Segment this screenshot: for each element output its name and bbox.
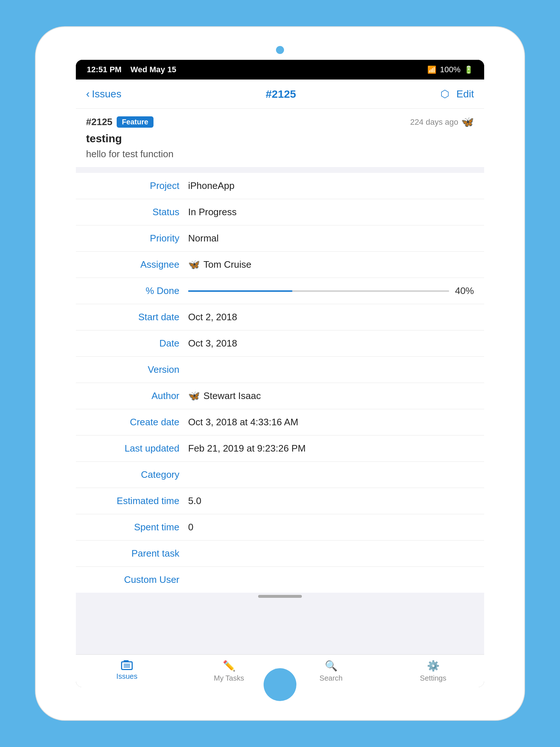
status-time-date: 12:51 PM Wed May 15 [87, 65, 176, 74]
spent-time-value: 0 [188, 522, 474, 533]
issue-title: testing [86, 132, 474, 145]
tab-search[interactable]: 🔍 Search [302, 657, 360, 685]
status-bar: 12:51 PM Wed May 15 📶 100% 🔋 [76, 60, 484, 80]
estimated-time-label: Estimated time [86, 495, 188, 507]
share-icon[interactable]: ⬡ [440, 88, 449, 100]
camera-dot [276, 46, 284, 54]
timestamp-text: 224 days ago [410, 117, 458, 127]
parent-task-label: Parent task [86, 548, 188, 559]
start-date-row: Start date Oct 2, 2018 [76, 304, 484, 330]
status-right: 📶 100% 🔋 [427, 65, 473, 74]
author-name: Stewart Isaac [203, 390, 261, 402]
project-row: Project iPhoneApp [76, 173, 484, 199]
last-updated-label: Last updated [86, 443, 188, 454]
tab-search-label: Search [319, 674, 342, 682]
author-avatar: 🦋 [188, 390, 200, 402]
priority-row: Priority Normal [76, 225, 484, 252]
custom-user-label: Custom User [86, 574, 188, 585]
nav-header: ‹ Issues #2125 ⬡ Edit [76, 80, 484, 109]
search-icon: 🔍 [325, 660, 338, 672]
battery-percent: 100% [440, 65, 460, 74]
issues-icon [121, 661, 133, 670]
issue-id: #2125 [86, 116, 112, 128]
date-row: Date Oct 3, 2018 [76, 330, 484, 357]
status-time: 12:51 PM [87, 65, 121, 74]
estimated-time-value: 5.0 [188, 495, 474, 507]
tab-issues-label: Issues [116, 672, 137, 681]
my-tasks-icon: ✏️ [223, 660, 236, 672]
issue-description: hello for test function [86, 148, 474, 161]
issue-timestamp: 224 days ago 🦋 [410, 116, 474, 128]
tab-my-tasks-label: My Tasks [214, 674, 244, 682]
issue-id-badge: #2125 Feature [86, 116, 153, 128]
custom-user-row: Custom User [76, 567, 484, 593]
assignee-value-container: 🦋 Tom Cruise [188, 259, 474, 270]
version-row: Version [76, 357, 484, 383]
last-updated-value: Feb 21, 2019 at 9:23:26 PM [188, 443, 474, 454]
estimated-time-row: Estimated time 5.0 [76, 488, 484, 514]
create-date-value: Oct 3, 2018 at 4:33:16 AM [188, 417, 474, 428]
tab-issues[interactable]: Issues [98, 658, 156, 684]
settings-icon: ⚙️ [427, 660, 440, 672]
status-date: Wed May 15 [131, 65, 176, 74]
version-label: Version [86, 364, 188, 375]
done-row: % Done 40% [76, 278, 484, 304]
spent-time-row: Spent time 0 [76, 514, 484, 541]
user-avatar-emoji: 🦋 [461, 116, 474, 128]
feature-badge: Feature [117, 116, 153, 128]
assignee-avatar: 🦋 [188, 259, 200, 270]
tab-settings-label: Settings [420, 674, 446, 682]
nav-actions: ⬡ Edit [440, 88, 474, 100]
last-updated-row: Last updated Feb 21, 2019 at 9:23:26 PM [76, 436, 484, 462]
date-label: Date [86, 338, 188, 349]
status-row: Status In Progress [76, 199, 484, 225]
create-date-row: Create date Oct 3, 2018 at 4:33:16 AM [76, 409, 484, 436]
start-date-label: Start date [86, 311, 188, 323]
start-date-value: Oct 2, 2018 [188, 311, 474, 323]
progress-bar-track [188, 290, 449, 292]
chevron-left-icon: ‹ [86, 88, 90, 100]
battery-icon: 🔋 [464, 65, 473, 74]
back-button[interactable]: ‹ Issues [86, 88, 121, 100]
priority-label: Priority [86, 233, 188, 244]
progress-container: 40% [188, 285, 474, 297]
issue-meta-row: #2125 Feature 224 days ago 🦋 [86, 116, 474, 128]
category-row: Category [76, 462, 484, 488]
done-label: % Done [86, 285, 188, 297]
back-label: Issues [92, 88, 121, 100]
parent-task-row: Parent task [76, 541, 484, 567]
project-value: iPhoneApp [188, 180, 474, 191]
wifi-icon: 📶 [427, 65, 436, 74]
tab-settings[interactable]: ⚙️ Settings [404, 657, 462, 685]
spent-time-label: Spent time [86, 522, 188, 533]
scroll-pill [258, 595, 302, 598]
create-date-label: Create date [86, 417, 188, 428]
screen-content: ‹ Issues #2125 ⬡ Edit #2125 Feature [76, 80, 484, 687]
author-label: Author [86, 390, 188, 402]
details-section: Project iPhoneApp Status In Progress Pri… [76, 173, 484, 593]
home-button[interactable] [264, 668, 296, 701]
tablet-screen: 12:51 PM Wed May 15 📶 100% 🔋 ‹ Issues #2… [76, 60, 484, 687]
assignee-row: Assignee 🦋 Tom Cruise [76, 252, 484, 278]
device-frame: 12:51 PM Wed May 15 📶 100% 🔋 ‹ Issues #2… [36, 27, 524, 720]
author-value-container: 🦋 Stewart Isaac [188, 390, 474, 402]
scroll-indicator [76, 593, 484, 600]
progress-bar-fill [188, 290, 292, 292]
edit-button[interactable]: Edit [456, 88, 474, 100]
scroll-area[interactable]: #2125 Feature 224 days ago 🦋 testing hel… [76, 109, 484, 654]
tab-my-tasks[interactable]: ✏️ My Tasks [200, 657, 258, 685]
assignee-label: Assignee [86, 259, 188, 270]
status-value: In Progress [188, 206, 474, 218]
project-label: Project [86, 180, 188, 191]
category-label: Category [86, 469, 188, 480]
nav-title: #2125 [266, 88, 296, 100]
date-value: Oct 3, 2018 [188, 338, 474, 349]
status-label: Status [86, 206, 188, 218]
progress-percent: 40% [455, 285, 474, 297]
assignee-name: Tom Cruise [203, 259, 251, 270]
author-row: Author 🦋 Stewart Isaac [76, 383, 484, 409]
issue-header: #2125 Feature 224 days ago 🦋 testing hel… [76, 109, 484, 167]
priority-value: Normal [188, 233, 474, 244]
